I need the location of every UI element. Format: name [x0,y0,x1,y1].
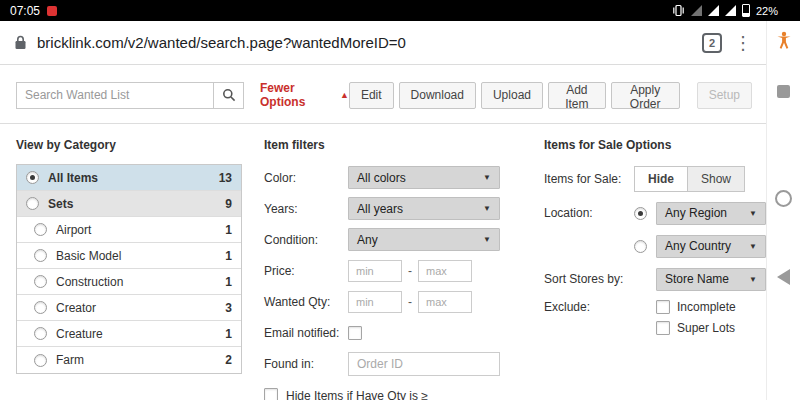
email-notified-checkbox[interactable] [348,326,362,340]
items-for-sale-label: Items for Sale: [544,172,634,186]
item-filters-panel: Item filters Color: All colors ▼ Years: [264,138,516,400]
category-count: 1 [225,275,232,289]
region-value: Any Region [665,206,727,220]
radio-icon[interactable] [34,354,47,367]
condition-select[interactable]: Any ▼ [348,228,500,251]
category-label: Construction [56,275,123,289]
chevron-down-icon: ▼ [483,173,491,182]
battery-icon [742,4,750,17]
signal-icon-2 [725,5,736,16]
search-icon [222,88,236,102]
divider [0,123,766,124]
price-max-input[interactable] [418,260,472,282]
hide-toggle-button[interactable]: Hide [634,166,688,192]
category-count: 1 [225,327,232,341]
category-row-all-items[interactable]: All Items 13 [17,165,241,191]
sale-options-title: Items for Sale Options [544,138,766,152]
region-select[interactable]: Any Region ▼ [656,202,766,225]
hide-items-label: Hide Items if Have Qty is ≥ Want Qty: [286,388,456,400]
category-row-farm[interactable]: Farm 2 [17,347,241,373]
page-content: Fewer Options ▲ Edit Download Upload Add… [0,65,766,400]
category-row-airport[interactable]: Airport 1 [17,217,241,243]
super-lots-label: Super Lots [677,321,735,335]
category-row-sets[interactable]: Sets 9 [17,191,241,217]
notification-icon [47,6,57,16]
wifi-icon [691,5,702,16]
years-value: All years [357,202,403,216]
address-bar[interactable]: bricklink.com/v2/wanted/search.page?want… [0,21,766,65]
category-label: All Items [48,171,98,185]
category-panel: View by Category All Items 13 Sets 9 [16,138,242,400]
color-select[interactable]: All colors ▼ [348,166,500,189]
home-icon[interactable] [775,190,792,207]
android-nav-rail [766,21,800,400]
category-row-creator[interactable]: Creator 3 [17,295,241,321]
chevron-down-icon: ▼ [749,209,757,218]
clock: 07:05 [10,4,40,18]
location-label: Location: [544,206,634,220]
add-item-button[interactable]: Add Item [548,82,606,109]
wanted-qty-max-input[interactable] [418,291,472,313]
price-min-input[interactable] [348,260,402,282]
radio-icon[interactable] [34,223,47,236]
region-radio[interactable] [634,207,647,220]
condition-value: Any [357,233,378,247]
range-dash: - [408,264,412,278]
category-count: 3 [225,301,232,315]
url-field[interactable]: bricklink.com/v2/wanted/search.page?want… [37,34,692,51]
download-button[interactable]: Download [399,82,476,109]
chevron-down-icon: ▼ [749,275,757,284]
radio-icon[interactable] [34,275,47,288]
radio-icon[interactable] [26,171,39,184]
accessibility-icon[interactable] [775,31,793,49]
fewer-options-label: Fewer Options [260,81,336,109]
edit-button[interactable]: Edit [349,82,394,109]
country-radio[interactable] [634,240,647,253]
sort-stores-value: Store Name [665,272,729,286]
browser-window: bricklink.com/v2/wanted/search.page?want… [0,21,766,400]
category-row-construction[interactable]: Construction 1 [17,269,241,295]
fewer-options-toggle[interactable]: Fewer Options ▲ [260,81,349,109]
chevron-down-icon: ▼ [483,235,491,244]
category-label: Basic Model [56,249,121,263]
found-in-input[interactable] [348,352,500,376]
hide-items-checkbox[interactable] [264,388,278,400]
category-count: 1 [225,223,232,237]
status-bar: 07:05 22% [0,0,800,21]
category-count: 9 [225,197,232,211]
condition-label: Condition: [264,233,348,247]
incomplete-label: Incomplete [677,300,736,314]
sort-stores-select[interactable]: Store Name ▼ [656,268,766,291]
exclude-label: Exclude: [544,300,634,314]
wanted-qty-min-input[interactable] [348,291,402,313]
sale-options-panel: Items for Sale Options Items for Sale: H… [544,138,766,400]
incomplete-checkbox[interactable] [656,300,670,314]
sort-stores-label: Sort Stores by: [544,272,634,286]
chevron-down-icon: ▼ [749,242,757,251]
category-row-creature[interactable]: Creature 1 [17,321,241,347]
browser-menu-icon[interactable]: ⋮ [734,34,752,52]
upload-button[interactable]: Upload [481,82,543,109]
battery-percent: 22% [756,5,778,17]
category-row-basic-model[interactable]: Basic Model 1 [17,243,241,269]
category-count: 2 [225,353,232,367]
radio-icon[interactable] [34,327,47,340]
radio-icon[interactable] [34,301,47,314]
radio-icon[interactable] [34,249,47,262]
email-notified-label: Email notified: [264,326,348,340]
show-toggle-button[interactable]: Show [688,166,745,192]
search-input[interactable] [16,82,214,109]
back-icon[interactable] [777,269,790,285]
category-label: Farm [56,353,84,367]
radio-icon[interactable] [26,197,39,210]
country-select[interactable]: Any Country ▼ [656,235,766,258]
category-count: 13 [219,171,232,185]
super-lots-checkbox[interactable] [656,321,670,335]
wanted-qty-label: Wanted Qty: [264,295,348,309]
apply-order-button[interactable]: Apply Order [611,82,680,109]
recents-icon[interactable] [777,85,790,98]
years-select[interactable]: All years ▼ [348,197,500,220]
tab-switcher-button[interactable]: 2 [702,33,722,53]
search-button[interactable] [214,82,244,109]
setup-button: Setup [697,82,752,109]
